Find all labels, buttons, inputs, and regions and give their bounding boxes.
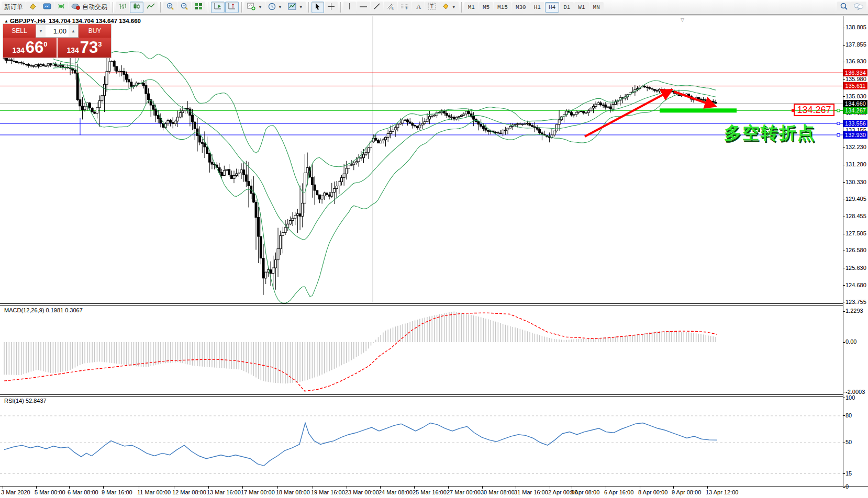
separator bbox=[340, 2, 341, 13]
sell-price-base: 134 bbox=[12, 46, 24, 54]
search-button[interactable] bbox=[837, 2, 851, 13]
time-axis-label: 9 Apr 08:00 bbox=[672, 489, 701, 495]
volume-decrease-button[interactable]: ▼ bbox=[36, 25, 46, 37]
shapes-icon bbox=[442, 3, 450, 12]
macd-top-border bbox=[0, 305, 843, 305]
sell-price[interactable]: 134 66 0 bbox=[3, 38, 57, 58]
separator bbox=[241, 2, 242, 13]
rsi-line bbox=[4, 423, 717, 466]
svg-text:T: T bbox=[430, 3, 433, 9]
sell-button[interactable]: SELL bbox=[3, 24, 36, 38]
macd-histogram bbox=[4, 311, 716, 383]
time-axis-label: 3 Mar 2020 bbox=[1, 489, 30, 495]
text-label-icon: T bbox=[428, 3, 436, 12]
trendline-tool[interactable] bbox=[371, 2, 383, 13]
chat-button[interactable] bbox=[851, 2, 866, 13]
chart-shift-marker-icon[interactable]: ▽ bbox=[681, 17, 684, 22]
buy-price[interactable]: 134 73 3 bbox=[58, 38, 111, 58]
timeframe-h1[interactable]: H1 bbox=[530, 2, 544, 13]
bar-chart-icon bbox=[118, 3, 127, 12]
new-order-button[interactable]: 新订单 bbox=[2, 2, 26, 13]
fibonacci-tool[interactable]: E bbox=[384, 2, 397, 13]
new-chart-button[interactable]: ▼ bbox=[244, 2, 265, 13]
horizontal-line-icon bbox=[359, 4, 368, 11]
price-axis-label: 126.580 bbox=[845, 247, 866, 253]
price-badge: 135.611 bbox=[843, 82, 867, 89]
time-axis-tick bbox=[313, 486, 313, 489]
timeframe-mn[interactable]: MN bbox=[589, 2, 604, 13]
time-axis-tick bbox=[448, 486, 449, 489]
chart-shift-button[interactable] bbox=[225, 2, 239, 13]
macd-pane[interactable] bbox=[0, 305, 843, 394]
macd-indicator-label: MACD(12,26,9) 0.1981 0.3067 bbox=[4, 307, 83, 313]
time-axis-tick bbox=[482, 486, 483, 489]
line-handle bbox=[837, 122, 840, 125]
separator bbox=[160, 2, 161, 13]
time-axis-label: 12 Mar 08:00 bbox=[172, 489, 206, 495]
market-watch-icon-button[interactable] bbox=[26, 2, 40, 13]
text-label-tool[interactable]: T bbox=[425, 2, 439, 13]
crosshair-button[interactable] bbox=[325, 2, 338, 13]
templates-button[interactable]: ▼ bbox=[285, 2, 306, 13]
rsi-pane[interactable] bbox=[0, 396, 843, 486]
cursor-button[interactable] bbox=[311, 2, 324, 13]
time-axis-label: 30 Mar 08:00 bbox=[481, 489, 515, 495]
channel-tool[interactable]: F bbox=[398, 2, 411, 13]
timeframe-w1[interactable]: W1 bbox=[574, 2, 588, 13]
separator bbox=[461, 2, 462, 13]
time-axis-label: 5 Mar 00:00 bbox=[35, 489, 65, 495]
shapes-tool[interactable]: ▼ bbox=[439, 2, 459, 13]
profiles-button[interactable]: ▼ bbox=[265, 2, 285, 13]
chart-shift-icon bbox=[228, 3, 236, 12]
rsi-axis-label: 0 bbox=[845, 483, 849, 490]
price-axis-label: 138.805 bbox=[845, 24, 866, 30]
cursor-icon bbox=[315, 3, 321, 12]
autotrading-label: 自动交易 bbox=[82, 3, 107, 12]
volume-value[interactable]: 1.00 bbox=[46, 25, 69, 37]
tile-windows-button[interactable] bbox=[192, 2, 205, 13]
annotation-text[interactable]: 多空转折点 bbox=[724, 121, 816, 145]
zoom-out-button[interactable] bbox=[177, 2, 191, 13]
price-axis-label: 127.505 bbox=[845, 230, 866, 236]
price-axis-tick bbox=[843, 62, 845, 62]
mt4-window: { "toolbar": { "new_order_label": "新订单",… bbox=[0, 0, 868, 498]
timeframe-h4[interactable]: H4 bbox=[545, 2, 559, 13]
terminal-icon-button[interactable] bbox=[40, 2, 54, 13]
price-chart-pane[interactable] bbox=[0, 16, 843, 303]
candlestick-mode-button[interactable] bbox=[130, 2, 143, 13]
price-callout-box[interactable]: 134.267 bbox=[794, 104, 834, 116]
template-chart-icon bbox=[288, 3, 297, 12]
line-chart-mode-button[interactable] bbox=[144, 2, 158, 13]
autotrading-button[interactable]: 自动交易 bbox=[69, 2, 110, 13]
price-axis-tick bbox=[843, 251, 845, 251]
price-axis-tick bbox=[843, 217, 845, 217]
line-chart-icon bbox=[147, 3, 155, 12]
zoom-in-button[interactable] bbox=[163, 2, 177, 13]
timeframe-d1[interactable]: D1 bbox=[560, 2, 574, 13]
chevron-down-icon: ▼ bbox=[299, 5, 303, 9]
text-tool[interactable]: A bbox=[412, 2, 425, 13]
timeframe-m5[interactable]: M5 bbox=[479, 2, 493, 13]
signal-icon-button[interactable] bbox=[54, 2, 68, 13]
svg-text:E: E bbox=[392, 6, 394, 10]
price-axis-label: 136.930 bbox=[845, 58, 866, 64]
auto-scroll-button[interactable] bbox=[211, 2, 225, 13]
time-axis-tick bbox=[103, 486, 104, 489]
toolbar-right bbox=[837, 2, 866, 13]
timeframe-m15[interactable]: M15 bbox=[494, 2, 511, 13]
timeframe-m30[interactable]: M30 bbox=[512, 2, 530, 13]
timeframe-m1[interactable]: M1 bbox=[464, 2, 478, 13]
time-axis-tick bbox=[347, 486, 347, 489]
time-axis-tick bbox=[174, 486, 174, 489]
bar-chart-mode-button[interactable] bbox=[116, 2, 129, 13]
time-axis-label: 13 Apr 12:00 bbox=[706, 489, 738, 495]
volume-increase-button[interactable]: ▲ bbox=[69, 25, 78, 37]
vertical-line-tool[interactable] bbox=[343, 2, 356, 13]
buy-button[interactable]: BUY bbox=[79, 24, 111, 38]
horizontal-line-tool[interactable] bbox=[357, 2, 370, 13]
price-axis-tick bbox=[843, 285, 845, 286]
text-a-icon: A bbox=[415, 3, 421, 12]
price-axis-label: 132.230 bbox=[845, 144, 866, 150]
collapse-triangle-icon: ▲ bbox=[4, 19, 8, 24]
macd-axis-tick bbox=[843, 342, 845, 343]
